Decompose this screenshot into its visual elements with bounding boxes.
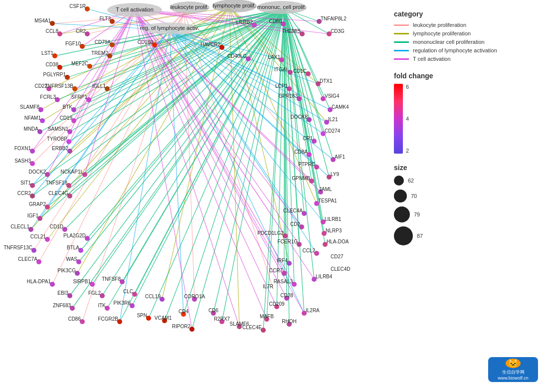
- svg-text:CLC: CLC: [123, 289, 133, 294]
- svg-text:CCL2: CCL2: [302, 248, 315, 253]
- svg-text:CD1D: CD1D: [50, 224, 63, 229]
- svg-line-61: [132, 9, 284, 306]
- watermark: 🐱 生信自学网 www.biowolf.cn: [488, 357, 538, 382]
- svg-text:GRAP2: GRAP2: [29, 201, 46, 207]
- size-item-79: 79: [394, 206, 538, 222]
- svg-text:CD1C: CD1C: [293, 68, 307, 74]
- main-container: T cell activation leukocyte prolif. lymp…: [0, 0, 543, 392]
- legend-item-regulation: regulation of lymphocyte activation: [394, 47, 538, 53]
- svg-text:CD3G: CD3G: [331, 28, 345, 34]
- svg-text:FGL2: FGL2: [88, 290, 101, 296]
- svg-text:CD180: CD180: [138, 39, 154, 45]
- svg-text:PDCD1LG2: PDCD1LG2: [257, 230, 284, 236]
- size-item-62: 62: [394, 176, 538, 186]
- svg-text:CD79A: CD79A: [95, 39, 111, 45]
- svg-line-54: [79, 9, 284, 262]
- legend-label-tcell: T cell activation: [413, 56, 451, 62]
- svg-text:SASH3: SASH3: [14, 158, 31, 164]
- svg-text:CD86: CD86: [68, 316, 81, 322]
- svg-text:BTLA: BTLA: [67, 245, 79, 250]
- svg-text:ZNF683: ZNF683: [53, 303, 71, 308]
- legend-area: category leukocyte proliferation lymphoc…: [389, 0, 543, 392]
- svg-text:LCP1: LCP1: [275, 83, 288, 89]
- svg-text:mononuc. cell prolif.: mononuc. cell prolif.: [257, 4, 306, 10]
- watermark-line2: www.biowolf.cn: [498, 376, 529, 381]
- svg-text:reg. of lymphocyte activ.: reg. of lymphocyte activ.: [140, 25, 199, 31]
- svg-text:GPR183: GPR183: [279, 93, 298, 99]
- legend-line-regulation: [394, 50, 409, 51]
- size-label-62: 62: [408, 178, 414, 184]
- svg-text:HLA-DPA1: HLA-DPA1: [27, 279, 51, 284]
- svg-text:IL2RA: IL2RA: [306, 308, 320, 313]
- legend-line-lymphocyte: [394, 33, 409, 34]
- svg-text:NLRP3: NLRP3: [326, 228, 342, 233]
- svg-text:TNFSF8: TNFSF8: [102, 276, 121, 282]
- svg-text:THEMIS: THEMIS: [282, 28, 301, 34]
- legend-label-regulation: regulation of lymphocyte activation: [413, 47, 497, 53]
- svg-text:NFAM1: NFAM1: [24, 115, 41, 121]
- svg-text:CD28: CD28: [280, 293, 293, 298]
- svg-text:IL21: IL21: [328, 117, 338, 122]
- svg-text:WAS: WAS: [66, 256, 78, 262]
- svg-text:IRF4: IRF4: [277, 258, 288, 263]
- legend-item-lymphocyte: lymphocyte proliferation: [394, 30, 538, 36]
- svg-text:FOXN1: FOXN1: [14, 146, 31, 151]
- svg-text:FCGR2B: FCGR2B: [98, 316, 118, 322]
- fold-label-6: 6: [406, 84, 409, 90]
- svg-text:CD19: CD19: [59, 115, 72, 121]
- svg-text:SPN: SPN: [137, 313, 147, 318]
- legend-item-tcell: T cell activation: [394, 56, 538, 62]
- network-chart: T cell activation leukocyte prolif. lymp…: [0, 0, 389, 392]
- svg-text:IGF1: IGF1: [27, 213, 39, 218]
- svg-line-55: [92, 9, 284, 284]
- svg-text:ITK: ITK: [98, 303, 106, 308]
- size-circle-79: [394, 206, 410, 222]
- svg-text:CCL19: CCL19: [145, 294, 161, 299]
- svg-text:RHOH: RHOH: [282, 319, 296, 324]
- svg-text:IGLL1: IGLL1: [92, 83, 106, 89]
- svg-text:CLEC4G: CLEC4G: [48, 191, 68, 196]
- size-item-87: 87: [394, 226, 538, 245]
- svg-line-143: [135, 10, 267, 319]
- svg-text:SFRP1: SFRP1: [71, 94, 88, 100]
- svg-text:MNDA: MNDA: [24, 126, 39, 132]
- size-label-79: 79: [414, 211, 420, 217]
- svg-text:PLA2G2D: PLA2G2D: [63, 233, 86, 238]
- legend-item-leukocyte: leukocyte proliferation: [394, 22, 538, 28]
- svg-text:CD4: CD4: [179, 309, 188, 314]
- svg-line-47: [32, 9, 284, 196]
- svg-text:CCL8: CCL8: [45, 28, 58, 34]
- size-circle-87: [394, 226, 413, 245]
- svg-text:EBI3: EBI3: [57, 290, 68, 296]
- size-circle-62: [394, 176, 404, 186]
- size-circle-70: [394, 190, 407, 202]
- legend-item-mononuclear: mononuclear cell proliferation: [394, 39, 538, 45]
- svg-text:CD40LG: CD40LG: [227, 53, 247, 59]
- legend-label-mononuclear: mononuclear cell proliferation: [413, 39, 485, 45]
- svg-text:CD38: CD38: [45, 62, 58, 67]
- svg-text:TNFSF18: TNFSF18: [46, 180, 68, 186]
- svg-text:T cell activation: T cell activation: [116, 6, 154, 12]
- size-label-87: 87: [417, 233, 423, 239]
- svg-text:CORO1A: CORO1A: [184, 294, 205, 299]
- legend-line-mononuclear: [394, 41, 409, 43]
- svg-text:PGLYRP1: PGLYRP1: [43, 72, 66, 77]
- fold-change-title: fold change: [394, 72, 538, 80]
- svg-text:JAML: JAML: [319, 187, 332, 192]
- svg-text:SIT1: SIT1: [20, 180, 31, 186]
- svg-text:FCER1G: FCER1G: [277, 239, 298, 244]
- svg-text:DTX1: DTX1: [320, 78, 333, 84]
- svg-text:LAX1: LAX1: [268, 54, 281, 60]
- svg-text:LILRB2: LILRB2: [236, 19, 253, 25]
- svg-text:TYROBP: TYROBP: [47, 136, 67, 142]
- svg-text:TNFRSF13C: TNFRSF13C: [3, 245, 32, 250]
- size-item-70: 70: [394, 190, 538, 202]
- svg-text:CR2: CR2: [76, 28, 86, 34]
- svg-text:VCAM1: VCAM1: [155, 315, 172, 321]
- svg-text:CD8A: CD8A: [294, 149, 308, 155]
- svg-text:TNFRSF13B: TNFRSF13B: [45, 83, 74, 89]
- legend-line-leukocyte: [394, 24, 409, 26]
- svg-text:TREM2: TREM2: [91, 50, 108, 56]
- svg-text:CD80: CD80: [269, 18, 282, 24]
- category-legend-title: category: [394, 10, 538, 18]
